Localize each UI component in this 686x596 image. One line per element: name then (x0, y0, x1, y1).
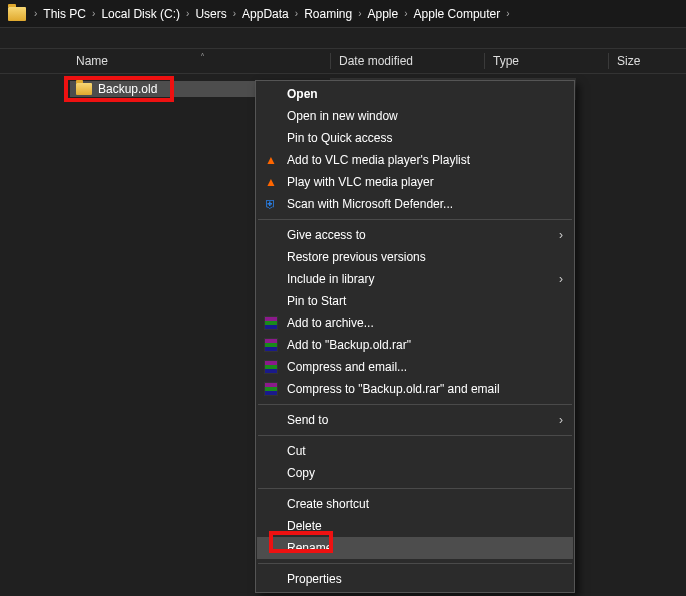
annotation-highlight (269, 531, 333, 553)
ctx-label: Scan with Microsoft Defender... (287, 197, 453, 211)
rar-icon (263, 381, 279, 397)
chevron-right-icon[interactable]: › (356, 8, 363, 19)
separator (258, 404, 572, 405)
breadcrumb-seg[interactable]: Local Disk (C:) (97, 0, 184, 27)
ctx-label: Add to archive... (287, 316, 374, 330)
sort-asc-icon: ˄ (200, 52, 205, 63)
ctx-defender[interactable]: ⛨Scan with Microsoft Defender... (257, 193, 573, 215)
ctx-cut[interactable]: Cut (257, 440, 573, 462)
rar-icon (263, 337, 279, 353)
chevron-right-icon[interactable]: › (184, 8, 191, 19)
ctx-properties[interactable]: Properties (257, 568, 573, 590)
ctx-give-access[interactable]: Give access to› (257, 224, 573, 246)
col-size[interactable]: Size (617, 54, 686, 68)
context-menu: Open Open in new window Pin to Quick acc… (255, 80, 575, 593)
ctx-add-archive[interactable]: Add to archive... (257, 312, 573, 334)
chevron-right-icon: › (559, 413, 563, 427)
col-divider[interactable] (484, 53, 485, 69)
ctx-label: Include in library (287, 272, 374, 286)
ctx-label: Add to "Backup.old.rar" (287, 338, 411, 352)
chevron-right-icon: › (559, 228, 563, 242)
ctx-add-rar[interactable]: Add to "Backup.old.rar" (257, 334, 573, 356)
rar-icon (263, 315, 279, 331)
annotation-highlight (64, 76, 174, 102)
vlc-icon: ▲ (263, 152, 279, 168)
breadcrumb-seg[interactable]: AppData (238, 0, 293, 27)
ctx-pin-start[interactable]: Pin to Start (257, 290, 573, 312)
ctx-compress-email[interactable]: Compress and email... (257, 356, 573, 378)
col-name[interactable]: Name ˄ (0, 54, 330, 68)
col-divider[interactable] (608, 53, 609, 69)
chevron-right-icon[interactable]: › (293, 8, 300, 19)
ctx-label: Add to VLC media player's Playlist (287, 153, 470, 167)
chevron-right-icon[interactable]: › (402, 8, 409, 19)
ctx-vlc-play[interactable]: ▲Play with VLC media player (257, 171, 573, 193)
breadcrumb[interactable]: › This PC › Local Disk (C:) › Users › Ap… (0, 0, 686, 28)
chevron-right-icon[interactable]: › (90, 8, 97, 19)
col-date[interactable]: Date modified (339, 54, 484, 68)
ctx-restore[interactable]: Restore previous versions (257, 246, 573, 268)
breadcrumb-seg[interactable]: This PC (39, 0, 90, 27)
vlc-icon: ▲ (263, 174, 279, 190)
breadcrumb-seg[interactable]: Roaming (300, 0, 356, 27)
separator (258, 435, 572, 436)
col-name-label: Name (76, 54, 108, 68)
ctx-create-shortcut[interactable]: Create shortcut (257, 493, 573, 515)
separator (258, 563, 572, 564)
ctx-label: Open (287, 87, 318, 101)
rar-icon (263, 359, 279, 375)
breadcrumb-seg[interactable]: Users (191, 0, 230, 27)
col-divider[interactable] (330, 53, 331, 69)
ctx-compress-rar-email[interactable]: Compress to "Backup.old.rar" and email (257, 378, 573, 400)
separator (258, 219, 572, 220)
column-headers: Name ˄ Date modified Type Size (0, 48, 686, 74)
chevron-right-icon: › (559, 272, 563, 286)
col-type[interactable]: Type (493, 54, 608, 68)
chevron-right-icon[interactable]: › (32, 8, 39, 19)
breadcrumb-seg[interactable]: Apple Computer (410, 0, 505, 27)
ctx-label: Send to (287, 413, 328, 427)
ctx-label: Compress and email... (287, 360, 407, 374)
ctx-vlc-add[interactable]: ▲Add to VLC media player's Playlist (257, 149, 573, 171)
folder-icon (8, 7, 26, 21)
ctx-label: Play with VLC media player (287, 175, 434, 189)
ctx-open-new-window[interactable]: Open in new window (257, 105, 573, 127)
ctx-label: Give access to (287, 228, 366, 242)
shield-icon: ⛨ (263, 196, 279, 212)
ctx-open[interactable]: Open (257, 83, 573, 105)
ctx-pin-quick-access[interactable]: Pin to Quick access (257, 127, 573, 149)
breadcrumb-seg[interactable]: Apple (364, 0, 403, 27)
separator (258, 488, 572, 489)
ctx-include-library[interactable]: Include in library› (257, 268, 573, 290)
chevron-right-icon[interactable]: › (231, 8, 238, 19)
chevron-right-icon[interactable]: › (504, 8, 511, 19)
ctx-send-to[interactable]: Send to› (257, 409, 573, 431)
ctx-label: Compress to "Backup.old.rar" and email (287, 382, 500, 396)
ctx-copy[interactable]: Copy (257, 462, 573, 484)
